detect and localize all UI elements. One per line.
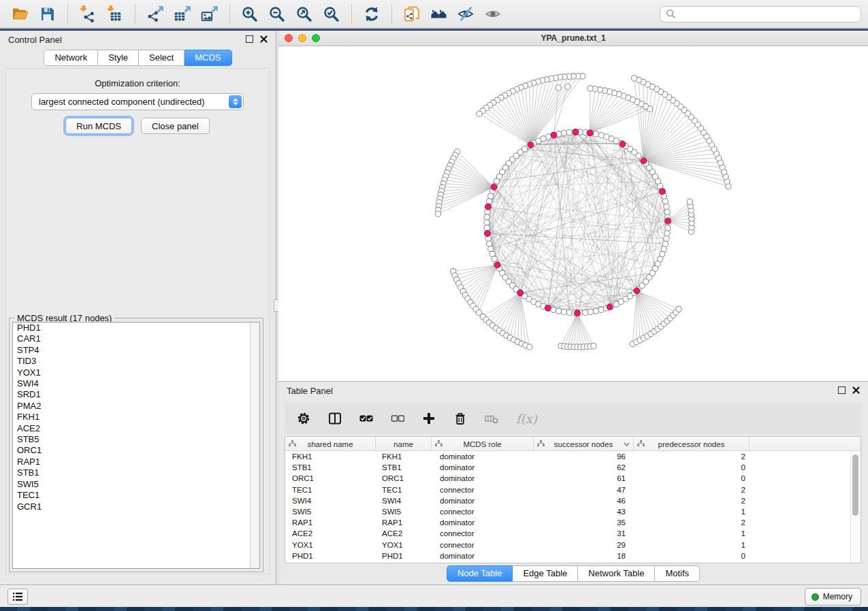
zoom-in-button[interactable] [238, 3, 261, 25]
table-row[interactable]: SWI5SWI5connector431 [285, 506, 861, 517]
clone-network-button[interactable] [400, 3, 423, 25]
graph-node[interactable] [583, 310, 588, 315]
mcds-result-item[interactable]: STP4 [13, 345, 259, 356]
graph-dominator-node[interactable] [528, 142, 534, 148]
mcds-result-item[interactable]: YOX1 [13, 367, 259, 378]
mcds-result-item[interactable]: SRD1 [13, 389, 259, 400]
mcds-result-item[interactable]: SWI5 [13, 479, 259, 490]
graph-node[interactable] [551, 307, 556, 312]
graph-node[interactable] [664, 235, 669, 241]
delete-button[interactable] [453, 412, 467, 425]
network-canvas[interactable] [278, 46, 868, 381]
export-table-button[interactable] [171, 3, 194, 25]
graph-node[interactable] [631, 76, 637, 81]
table-row[interactable]: ACE2ACE2connector311 [285, 528, 861, 539]
table-row[interactable]: PHD1PHD1dominator180 [285, 550, 861, 561]
graph-node[interactable] [664, 203, 669, 209]
graph-dominator-node[interactable] [545, 305, 551, 311]
task-history-button[interactable] [7, 589, 28, 605]
close-panel-icon[interactable] [260, 35, 268, 43]
mcds-result-item[interactable]: ACE2 [13, 423, 259, 434]
import-table-button[interactable] [103, 3, 127, 25]
table-row[interactable]: STB1STB1dominator620 [285, 462, 861, 473]
hide-selected-button[interactable] [455, 3, 478, 25]
graph-node[interactable] [566, 129, 572, 135]
select-all-button[interactable] [359, 412, 373, 425]
graph-dominator-node[interactable] [485, 204, 492, 210]
mcds-result-item[interactable]: PMA2 [13, 401, 259, 412]
column-header-name[interactable]: name [376, 437, 432, 451]
save-session-button[interactable] [36, 3, 59, 25]
first-neighbors-button[interactable] [428, 3, 451, 25]
graph-dominator-node[interactable] [573, 129, 579, 135]
split-columns-button[interactable] [328, 412, 342, 425]
graph-dominator-node[interactable] [551, 132, 557, 138]
deselect-all-button[interactable] [391, 412, 404, 425]
graph-node[interactable] [487, 199, 492, 204]
refresh-button[interactable] [360, 3, 383, 25]
graph-dominator-node[interactable] [494, 262, 500, 268]
tab-mcds[interactable]: MCDS [184, 50, 231, 66]
open-file-button[interactable] [9, 3, 32, 25]
export-network-button[interactable] [144, 3, 167, 25]
graph-dominator-node[interactable] [641, 158, 647, 164]
graph-node[interactable] [435, 211, 440, 216]
mcds-result-item[interactable]: PHD1 [13, 323, 259, 333]
table-row[interactable]: YOX1YOX1connector291 [285, 540, 861, 550]
graph-dominator-node[interactable] [660, 188, 666, 195]
graph-node[interactable] [477, 111, 482, 116]
graph-node[interactable] [687, 199, 692, 204]
memory-button[interactable]: Memory [805, 588, 861, 606]
graph-node[interactable] [593, 131, 598, 137]
mcds-result-list[interactable]: PHD1CAR1STP4TID3YOX1SWI4SRD1PMA2FKH1ACE2… [12, 322, 260, 569]
search-input[interactable] [680, 8, 855, 20]
graph-node[interactable] [561, 309, 566, 314]
table-scrollbar[interactable] [850, 451, 861, 563]
maximize-window-icon[interactable] [312, 34, 320, 42]
close-table-panel-icon[interactable] [852, 386, 860, 394]
float-table-panel-icon[interactable] [838, 386, 846, 394]
graph-node[interactable] [664, 209, 670, 214]
mcds-result-item[interactable]: RAP1 [13, 457, 259, 467]
import-network-button[interactable] [76, 3, 99, 25]
mcds-result-item[interactable]: ORC1 [13, 445, 259, 456]
graph-node[interactable] [556, 308, 561, 314]
graph-dominator-node[interactable] [607, 304, 613, 310]
graph-node[interactable] [566, 310, 572, 315]
graph-node[interactable] [662, 241, 668, 246]
mcds-result-item[interactable]: STB1 [13, 467, 259, 478]
mcds-result-item[interactable]: TEC1 [13, 490, 259, 501]
zoom-selected-button[interactable] [320, 3, 343, 25]
table-row[interactable]: RAP1RAP1dominator352 [285, 517, 861, 528]
graph-dominator-node[interactable] [485, 231, 491, 237]
close-window-icon[interactable] [285, 34, 293, 42]
column-header-successor-nodes[interactable]: successor nodes [534, 437, 634, 451]
close-panel-button[interactable]: Close panel [141, 118, 210, 134]
tab-select[interactable]: Select [139, 50, 184, 66]
column-header-shared-name[interactable]: shared name [285, 437, 376, 451]
graph-node[interactable] [665, 225, 671, 231]
tab-style[interactable]: Style [98, 50, 139, 66]
table-row[interactable]: FKH1FKH1dominator962 [285, 451, 861, 462]
graph-node[interactable] [484, 225, 489, 231]
graph-dominator-node[interactable] [634, 288, 640, 294]
mcds-result-item[interactable]: GCR1 [13, 501, 259, 512]
table-scrollbar-thumb[interactable] [852, 455, 858, 516]
tab-network[interactable]: Network [44, 50, 98, 66]
result-list-scrollbar[interactable] [250, 323, 259, 568]
table-tab-network-table[interactable]: Network Table [578, 565, 655, 582]
table-row[interactable]: TEC1TEC1connector472 [285, 484, 861, 495]
graph-node[interactable] [588, 309, 593, 314]
delete-column-button[interactable] [485, 412, 498, 425]
export-image-button[interactable] [198, 3, 221, 25]
graph-node[interactable] [588, 86, 593, 91]
graph-node[interactable] [556, 85, 561, 90]
graph-node[interactable] [565, 84, 570, 89]
zoom-fit-button[interactable] [293, 3, 316, 25]
network-graph[interactable] [278, 46, 868, 381]
graph-node[interactable] [593, 308, 598, 314]
graph-node[interactable] [527, 344, 532, 350]
graph-dominator-node[interactable] [587, 130, 593, 136]
table-row[interactable]: SWI4SWI4dominator462 [285, 495, 861, 506]
graph-node[interactable] [484, 220, 489, 225]
